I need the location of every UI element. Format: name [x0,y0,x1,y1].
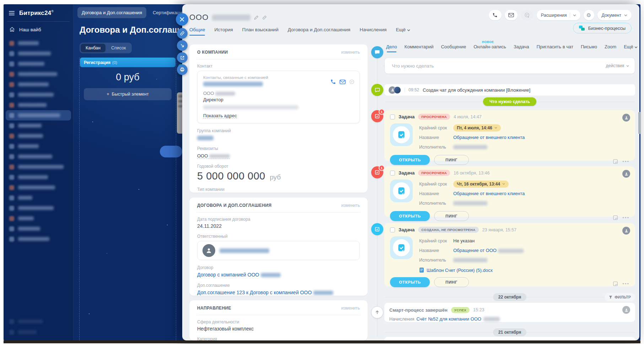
filter-button[interactable]: ФИЛЬТР [605,293,635,301]
sidebar-item-redacted[interactable] [4,69,73,79]
sidebar-item-redacted[interactable] [4,48,73,59]
sidebar-item-redacted[interactable] [4,38,73,48]
view-tab-kanban[interactable]: Канбан [81,44,105,52]
sidebar-item-redacted[interactable] [4,316,73,327]
tab-contracts[interactable]: Договора и Доп.соглашения [288,27,350,36]
sidebar-item-redacted[interactable] [4,193,73,203]
open-button[interactable]: ОТКРЫТЬ [390,211,430,221]
print-button[interactable] [177,64,188,75]
document-button[interactable]: Документ [597,10,632,20]
edit-section-link[interactable]: изменить [341,50,360,55]
note-icon[interactable] [613,281,618,286]
view-tab-list[interactable]: Список [106,44,131,52]
tab-more[interactable]: Ещё [396,27,410,36]
sidebar-item-redacted[interactable] [4,59,73,69]
contract-link[interactable]: Договор с компанией ООО [197,272,360,278]
task-name-link[interactable]: Обращение от внешнего клиента [453,191,525,196]
chat-bubble-icon[interactable] [349,79,355,85]
tab-history[interactable]: История [214,27,233,36]
kanban-stage-header[interactable]: Регистрация (0) [80,58,175,67]
tl-tab-online-booking[interactable]: НОВОЕОнлайн-запись [473,44,506,52]
tl-tab-letter[interactable]: Письмо [581,44,597,52]
business-processes-button[interactable]: Бизнес-процессы [573,23,632,33]
task-author-avatar[interactable] [622,227,630,235]
sidebar-item-redacted[interactable] [4,203,73,213]
task-name-link[interactable]: Обращение от внешнего клиента [453,135,525,140]
email-button[interactable] [505,10,518,20]
minimize-button[interactable] [177,40,188,51]
attachment-row[interactable]: Шаблон Счет (Россия) (5).docx [419,267,524,273]
tab-accruals[interactable]: Начисления [359,27,386,36]
sidebar-item-redacted[interactable] [4,79,73,90]
avatar[interactable] [622,306,630,314]
sidebar-item-redacted[interactable] [4,234,73,244]
extensions-button[interactable]: Расширения [537,10,580,20]
sidebar-item-redacted[interactable] [4,120,73,131]
chat-created-entry[interactable]: 09:52 Создан чат для обсуждения компании… [384,84,635,96]
call-button[interactable] [489,10,502,20]
more-dots-icon[interactable]: ••• [622,281,629,286]
envelope-icon[interactable] [340,80,346,84]
task-checkbox[interactable] [390,171,395,176]
open-button[interactable]: ОТКРЫТЬ [390,155,430,165]
more-dots-icon[interactable]: ••• [622,159,629,164]
responsible-card[interactable] [197,241,360,260]
redacted-company-group-link[interactable] [197,136,213,140]
sidebar-item-home[interactable]: Наш вайб [4,22,73,34]
task-author-avatar[interactable] [622,114,630,122]
chat-button[interactable] [521,10,534,20]
scrollbar-thumb[interactable] [638,112,641,134]
sidebar-item-redacted[interactable] [4,327,73,337]
ping-button[interactable]: ПИНГ [434,211,469,221]
sidebar-item-redacted[interactable] [4,141,73,151]
tab-general[interactable]: Общие [189,27,205,36]
sidebar-item-redacted[interactable] [4,213,73,224]
open-new-window-button[interactable] [177,52,188,63]
sidebar-item-redacted[interactable] [4,182,73,193]
timeline-node-smart-process[interactable] [371,306,383,318]
redacted-contact-name[interactable] [203,82,263,86]
task-author-avatar[interactable] [622,170,630,178]
smart-process-link[interactable]: Счёт №52 для компании ООО [416,316,481,322]
requisites-value[interactable]: ООО [197,153,230,159]
sidebar-item-redacted[interactable] [4,90,73,100]
note-icon[interactable] [613,215,618,220]
close-button[interactable] [176,13,188,26]
date-pill[interactable]: 21 октября [493,328,526,336]
tab-recovery-plan[interactable]: План взысканий [242,27,278,36]
tl-tab-more[interactable]: Ещё [624,44,638,52]
ping-button[interactable]: ПИНГ [434,277,469,287]
settings-button[interactable]: ⚙ [584,10,594,20]
ping-button[interactable]: ПИНГ [434,155,469,165]
todo-quick-button[interactable]: Что нужно сделать [483,97,536,106]
deadline-pill[interactable]: Чт, 16 октября, 13:44 [453,181,509,188]
note-icon[interactable] [613,159,618,164]
deadline-pill[interactable]: Пт, 4 июля, 14:46 [453,124,501,131]
open-button[interactable]: ОТКРЫТЬ [390,277,430,287]
addendum-link[interactable]: Доп.соглашение 123 к Договор с компанией… [197,289,360,296]
edit-section-link[interactable]: изменить [341,306,360,311]
quick-add-button[interactable]: + Быстрый элемент [84,88,172,100]
task-name-link[interactable]: Обращение от ООО [453,248,524,253]
link-icon[interactable] [262,15,267,20]
date-pill[interactable]: 22 октября [493,293,526,301]
contact-card[interactable]: Контакты, связанные с компанией ООО Дире… [197,71,360,123]
tl-tab-message[interactable]: Сообщение [441,44,466,52]
edit-section-link[interactable]: изменить [341,203,360,208]
top-tab-contracts[interactable]: Договора и Доп.соглашения [77,7,146,18]
tl-tab-invite-chat[interactable]: Пригласить в чат [537,44,573,52]
show-address-link[interactable]: Показать адрес [203,113,237,119]
more-dots-icon[interactable]: ••• [622,215,629,220]
attachment-link[interactable]: Шаблон Счет (Россия) (5).docx [427,268,493,273]
sidebar-item-redacted[interactable] [4,131,73,141]
todo-input[interactable] [392,63,606,69]
sidebar-item-redacted[interactable] [4,100,73,110]
sidebar-item-redacted[interactable] [4,151,73,162]
copy-link-button[interactable] [177,28,188,39]
task-checkbox[interactable] [390,114,395,119]
tl-tab-comment[interactable]: Комментарий [405,44,434,52]
tl-tab-zoom[interactable]: Zoom [605,44,616,52]
tl-tab-task[interactable]: Задача [514,44,529,52]
menu-hamburger-icon[interactable] [9,11,15,15]
app-logo[interactable]: Битрикс24® [19,10,54,17]
